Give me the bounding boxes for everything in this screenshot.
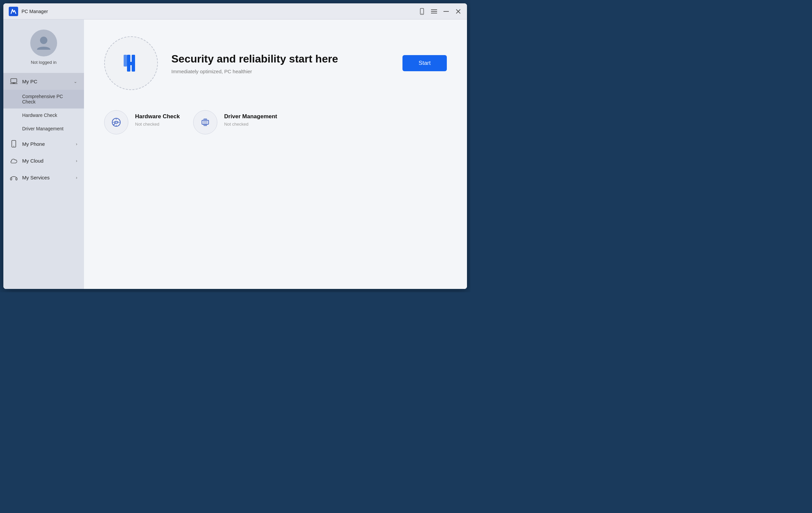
sidebar: Not logged in My PC ⌄ [3, 20, 84, 289]
pc-manager-logo-icon [118, 50, 144, 77]
phone-nav-icon [10, 140, 18, 147]
driver-management-card: Driver Management Not checked [193, 110, 277, 134]
hero-title: Security and reliability start here [171, 52, 389, 66]
hardware-check-status: Not checked [135, 122, 180, 127]
minimize-button[interactable] [443, 8, 450, 15]
svg-rect-14 [16, 178, 17, 180]
my-services-label: My Services [22, 175, 71, 180]
comprehensive-pc-check-label: Comprehensive PC Check [22, 94, 77, 105]
svg-rect-13 [10, 178, 12, 180]
svg-rect-18 [124, 55, 127, 66]
sidebar-item-comprehensive-pc-check[interactable]: Comprehensive PC Check [3, 90, 84, 109]
title-bar-logo: PC Manager [9, 7, 418, 16]
svg-rect-10 [11, 79, 17, 83]
cards-section: Hardware Check Not checked [104, 110, 447, 134]
nav-section: My PC ⌄ Comprehensive PC Check Hardware … [3, 73, 84, 286]
main-layout: Not logged in My PC ⌄ [3, 20, 467, 289]
app-window: PC Manager [3, 3, 467, 289]
driver-management-info: Driver Management Not checked [224, 110, 277, 127]
menu-icon[interactable] [431, 8, 437, 15]
hero-text: Security and reliability start here Imme… [171, 52, 389, 75]
phone-icon[interactable] [418, 8, 425, 15]
my-phone-label: My Phone [22, 141, 71, 147]
my-pc-label: My PC [22, 79, 69, 84]
chevron-right-icon-phone: › [76, 141, 77, 146]
svg-point-9 [40, 37, 47, 44]
hardware-check-card: Hardware Check Not checked [104, 110, 180, 134]
sidebar-item-my-pc[interactable]: My PC ⌄ [3, 73, 84, 90]
svg-point-2 [422, 13, 422, 14]
user-status-label: Not logged in [31, 60, 57, 65]
title-bar: PC Manager [3, 3, 467, 20]
start-button[interactable]: Start [403, 55, 447, 71]
svg-rect-17 [127, 62, 135, 65]
close-button[interactable] [455, 8, 462, 15]
driver-management-title: Driver Management [224, 113, 277, 120]
chevron-right-icon-services: › [76, 175, 77, 180]
driver-management-icon-circle[interactable] [193, 110, 218, 134]
svg-point-12 [13, 146, 14, 146]
hero-logo-circle [104, 36, 158, 90]
hardware-check-label: Hardware Check [22, 113, 57, 118]
app-title: PC Manager [22, 9, 48, 14]
svg-point-20 [115, 121, 117, 123]
avatar [30, 30, 57, 56]
sidebar-item-my-services[interactable]: My Services › [3, 169, 84, 186]
window-controls [418, 8, 462, 15]
chevron-right-icon-cloud: › [76, 158, 77, 163]
hardware-check-info: Hardware Check Not checked [135, 110, 180, 127]
hardware-check-title: Hardware Check [135, 113, 180, 120]
chevron-down-icon: ⌄ [74, 79, 77, 84]
driver-management-icon [199, 116, 211, 128]
sidebar-item-driver-management[interactable]: Driver Management [3, 122, 84, 135]
sidebar-item-my-phone[interactable]: My Phone › [3, 135, 84, 152]
hardware-check-icon [110, 116, 122, 128]
my-cloud-label: My Cloud [22, 158, 71, 164]
headphone-icon [10, 174, 18, 181]
content-area: Security and reliability start here Imme… [84, 20, 467, 289]
user-section: Not logged in [3, 26, 84, 73]
svg-rect-21 [202, 120, 209, 124]
sidebar-item-hardware-check[interactable]: Hardware Check [3, 109, 84, 122]
app-logo-icon [9, 7, 18, 16]
hero-section: Security and reliability start here Imme… [104, 36, 447, 90]
driver-management-label: Driver Management [22, 126, 63, 131]
hardware-check-icon-circle[interactable] [104, 110, 128, 134]
sidebar-item-my-cloud[interactable]: My Cloud › [3, 152, 84, 169]
cloud-icon [10, 157, 18, 164]
driver-management-status: Not checked [224, 122, 277, 127]
laptop-icon [10, 78, 18, 85]
hero-subtitle: Immediately optimized, PC healthier [171, 68, 389, 74]
